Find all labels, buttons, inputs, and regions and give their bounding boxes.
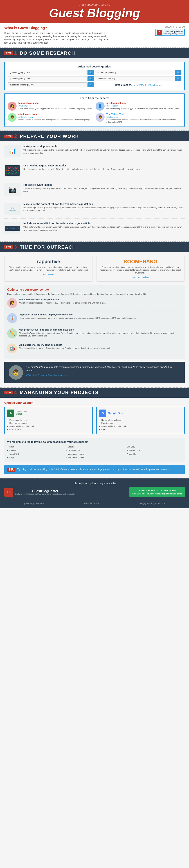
expert-handle-1[interactable]: @CathyStucker [18, 105, 93, 107]
expert-handle-2[interactable]: @seosmarty [106, 105, 180, 107]
gdocs-icon: G [99, 409, 106, 417]
learn-more-label: LEARN MORE AT: [115, 84, 132, 86]
search-item-4: "contribute" [TOPIC] 🔍 [95, 76, 182, 81]
boomerang-link[interactable]: boomeranggmail.com [131, 276, 150, 278]
excel-icon: X [7, 409, 14, 417]
search-btn-5[interactable]: 🔍 [88, 83, 94, 87]
feature-desc-5: What better way to show a webmaster that… [23, 225, 185, 231]
tip-text: Try using conditional formatting on the … [17, 468, 169, 471]
expert-site-2[interactable]: myblogguest.com [106, 102, 180, 104]
feature-desc-2: Nobody wants to read a huge block of tex… [23, 168, 140, 171]
optimize-item-4: 🤖 Add a personal touch, don't be a robot… [7, 343, 182, 356]
expert-site-1[interactable]: bloggerlinkup.com [18, 102, 93, 104]
search-query-3[interactable]: "guest bloggers" [TOPIC] [7, 76, 87, 81]
step1-header: STEP 1 DO SOME RESEARCH [0, 48, 189, 58]
step1-badge: STEP [4, 52, 13, 55]
html-tag-icon: <h1></h1> <h2></h2> <h3></h3> [5, 165, 20, 176]
col-3-1: Live URL [125, 445, 182, 449]
step4-content: Choose your weapon: X Microsoft Office E… [0, 398, 189, 478]
footer-logo-left: G GuestBlogPoster Scalable guest bloggin… [4, 488, 75, 497]
feature-icon-1: 📊 [4, 145, 21, 157]
expert-avatar-2: 👤 [96, 102, 104, 111]
footer-logo-area: G GuestBlogPoster Scalable guest bloggin… [4, 487, 185, 497]
search-query-4[interactable]: "contribute" [TOPIC] [95, 76, 175, 81]
feature-title-1: Make your work presentable [23, 145, 185, 148]
feature-icon-4: 📖 [4, 203, 21, 215]
weapon-excel: X Microsoft Office Excel Pretty much lim… [4, 407, 93, 434]
expert-site-4[interactable]: The Twitter Tool [106, 113, 182, 116]
step3-number: 3 [14, 244, 17, 250]
optimize-item-desc-4: This is a good time to use the Rapportiv… [19, 347, 111, 350]
rapportive-desc: Simple plugin for Gmail that shows you i… [7, 266, 90, 272]
choose-weapon-label: Choose your weapon: [4, 401, 185, 404]
optimize-person-2: 👔 [7, 313, 17, 323]
step2-badge: STEP [4, 134, 13, 138]
feature-title-3: Provide relevant images [23, 183, 185, 186]
search-item-3: "guest bloggers" [TOPIC] 🔍 [7, 76, 94, 81]
experts-grid: 👩 bloggerlinkup.com @CathyStucker An exc… [7, 102, 182, 111]
step1-title: DO SOME RESEARCH [20, 51, 75, 56]
search-item-2: "write for us" [TOPIC] 🔍 [95, 70, 182, 75]
expert-site-3[interactable]: citationlabs.com [18, 113, 90, 116]
book-icon: 📖 [8, 205, 17, 213]
search-btn-3[interactable]: 🔍 [88, 76, 94, 81]
tools-grid: rapportive Simple plugin for Gmail that … [4, 256, 185, 282]
expert-handle-3[interactable]: @GarrettFrench [18, 116, 90, 118]
weapon-gdocs-logo: G Google Docs [99, 409, 182, 417]
optimize-text-2: Approach as an in-house employee or free… [19, 313, 137, 319]
advanced-search-box: Advanced search queries "guest blogging"… [4, 62, 185, 90]
search-query-5[interactable]: "guest blog posting" [TOPIC] [7, 83, 87, 87]
rapportive-link[interactable]: rapportive.com [42, 273, 55, 276]
search-query-2[interactable]: "write for us" [TOPIC] [95, 70, 175, 75]
feature-text-1: Make your work presentable When sending … [23, 145, 185, 154]
feature-desc-4: Not following rules is a quick way of ge… [23, 206, 185, 212]
feature-item-5: <a href=""> Include an internal link for… [4, 222, 185, 238]
camera-icon: 📷 [8, 186, 17, 193]
expert-handle-4[interactable]: @EthanLyon [106, 116, 182, 118]
search-item-5: "guest blog posting" [TOPIC] 🔍 [7, 83, 94, 87]
feature-desc-1: When sending content along to the site o… [23, 149, 185, 154]
optimize-item-desc-1: Out of 430 positive responses received, … [19, 302, 106, 304]
footer-website[interactable]: guestblogposter.com [24, 502, 44, 505]
quote-content: "For guest posting, you want to have a m… [26, 365, 180, 373]
expert-desc-4: Fantastic research tool and spreadsheet.… [106, 119, 182, 124]
step3-content: rapportive Simple plugin for Gmail that … [0, 252, 189, 387]
optimize-intro: Huge thanks and shout out to @JamesAgate… [7, 293, 182, 296]
search-query-1[interactable]: "guest blogging" [TOPIC] [7, 70, 87, 75]
gdocs-pro-4: Free! [99, 428, 182, 431]
feature-title-2: Use heading tags to seperate topics [23, 164, 140, 167]
expert-card-1: 👩 bloggerlinkup.com @CathyStucker An exc… [7, 102, 93, 111]
optimize-person-1: 👩 [7, 298, 17, 308]
footer-phone[interactable]: (888) 297-0801 [84, 502, 99, 505]
expert-avatar-3: 👨 [7, 113, 17, 122]
step4-header: STEP 4 MANANGING YOUR PROJECTS [0, 388, 189, 398]
optimize-item-desc-3: You need to 'assume the sale' during out… [19, 332, 182, 337]
search-btn-2[interactable]: 🔍 [175, 70, 182, 75]
optimize-person-4: 🤖 [7, 343, 17, 353]
gdocs-label: Google Docs [108, 411, 125, 414]
what-is-section: BROUGHT TO YOU BY: G GuestBlogPoster Gue… [0, 23, 189, 48]
learn-more-link[interactable]: ow.ly/d4MDx -by @GeoffKenyon [133, 84, 161, 86]
optimize-title: Optimizing your response rate [7, 288, 182, 291]
search-btn-4[interactable]: 🔍 [175, 76, 182, 81]
col-3-2: Published Date [125, 449, 182, 452]
boomerang-desc: Easy to use plugin for Gmail that can re… [99, 266, 182, 274]
column-headings-section: We recommend the following column headin… [4, 438, 185, 462]
step2-content: 📊 Make your work presentable When sendin… [0, 141, 189, 242]
footer-email[interactable]: info@guestblogposter.com [139, 502, 165, 505]
feature-text-3: Provide relevant images It's normally no… [23, 183, 185, 193]
col-2-2: Submitted To [66, 449, 123, 452]
expert-desc-2: Great community of guest bloggers and we… [106, 107, 180, 110]
feature-text-2: Use heading tags to seperate topics Nobo… [23, 164, 140, 171]
experts-title: Learn from the experts [7, 96, 182, 99]
search-btn-1[interactable]: 🔍 [88, 70, 94, 75]
tip-box: TIP: Try using conditional formatting on… [4, 465, 185, 474]
step4-number: 4 [14, 390, 17, 396]
weapons-grid: X Microsoft Office Excel Pretty much lim… [4, 407, 185, 434]
col-1-1: Client [7, 445, 64, 449]
expert-info-1: bloggerlinkup.com @CathyStucker An excel… [18, 102, 93, 110]
col-3-3: Article Title [125, 452, 182, 456]
col-1-3: Target URL [7, 452, 64, 456]
col-1-2: Keyword [7, 449, 64, 452]
excel-pro-4: Costs involved [7, 428, 90, 431]
